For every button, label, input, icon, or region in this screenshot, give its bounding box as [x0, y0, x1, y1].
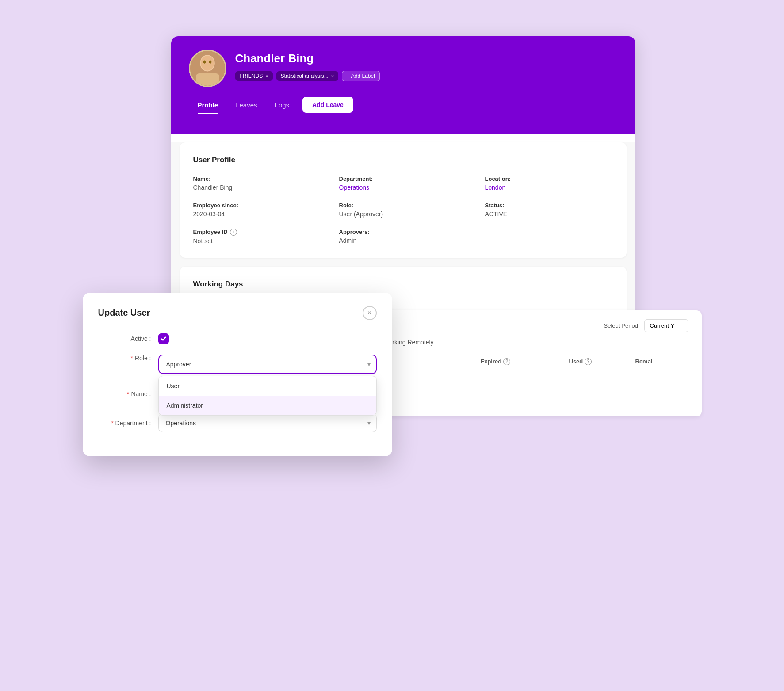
- department-select[interactable]: Operations: [158, 414, 377, 432]
- role-label: Role :: [98, 355, 151, 362]
- role-option-administrator[interactable]: Administrator: [159, 396, 376, 415]
- label-approvers: Approvers:: [339, 229, 467, 235]
- value-employee-since: 2020-03-04: [193, 210, 321, 218]
- label-location: Location:: [485, 176, 613, 182]
- tag-friends[interactable]: FRIENDS ×: [235, 71, 273, 81]
- label-employee-id: Employee ID i: [193, 229, 321, 236]
- working-days-title: Working Days: [193, 280, 613, 289]
- period-row: Select Period: Current Y: [383, 319, 688, 332]
- field-status: Status: ACTIVE: [485, 202, 613, 218]
- table-header-used: Used ?: [569, 355, 635, 369]
- active-checkbox[interactable]: [158, 333, 169, 344]
- period-select[interactable]: Current Y: [644, 319, 688, 332]
- role-option-user[interactable]: User: [159, 376, 376, 396]
- working-remotely-label: Working Remotely: [383, 339, 688, 346]
- value-status: ACTIVE: [485, 210, 613, 218]
- svg-rect-6: [196, 73, 219, 87]
- add-label-button[interactable]: + Add Label: [342, 71, 380, 81]
- field-approvers: Approvers: Admin: [339, 229, 467, 244]
- modal-close-button[interactable]: ×: [363, 306, 377, 320]
- tag-statistical-close[interactable]: ×: [331, 73, 334, 79]
- svg-point-3: [203, 60, 206, 63]
- value-department[interactable]: Operations: [339, 184, 467, 191]
- label-employee-since: Employee since:: [193, 202, 321, 209]
- field-department: Department: Operations: [339, 176, 467, 191]
- label-tags: FRIENDS × Statistical analysis... × + Ad…: [235, 71, 618, 81]
- profile-nav: Profile Leaves Logs Add Leave: [189, 96, 618, 114]
- table-header-expired: Expired ?: [481, 355, 569, 369]
- label-role: Role:: [339, 202, 467, 209]
- role-select[interactable]: Approver: [158, 355, 377, 374]
- value-location[interactable]: London: [485, 184, 613, 191]
- tag-statistical[interactable]: Statistical analysis... ×: [276, 71, 338, 81]
- field-name: Name: Chandler Bing: [193, 176, 321, 191]
- label-department: Department:: [339, 176, 467, 182]
- profile-fields-grid: Name: Chandler Bing Department: Operatio…: [193, 176, 613, 244]
- tab-profile[interactable]: Profile: [189, 96, 227, 114]
- tab-logs[interactable]: Logs: [266, 96, 298, 114]
- avatar: [189, 50, 226, 87]
- svg-point-4: [209, 60, 211, 63]
- department-label: Department :: [98, 420, 151, 427]
- label-name: Name:: [193, 176, 321, 182]
- department-dropdown-container: Operations ▾: [158, 414, 377, 432]
- field-employee-since: Employee since: 2020-03-04: [193, 202, 321, 218]
- field-location: Location: London: [485, 176, 613, 191]
- add-leave-button[interactable]: Add Leave: [302, 97, 353, 113]
- active-label: Active :: [98, 335, 151, 342]
- role-dropdown-container: Approver ▾ User Administrator: [158, 355, 377, 374]
- modal-header: Update User ×: [98, 306, 377, 320]
- modal-title: Update User: [98, 308, 150, 318]
- active-row: Active :: [98, 333, 377, 344]
- select-period-label: Select Period:: [604, 322, 640, 329]
- table-header-remaining: Remai: [635, 355, 702, 369]
- value-approvers: Admin: [339, 237, 467, 244]
- user-profile-title: User Profile: [193, 156, 613, 164]
- background-period-panel: Select Period: Current Y Working Remotel…: [370, 310, 702, 416]
- expired-info-icon[interactable]: ?: [503, 358, 510, 365]
- profile-card: Chandler Bing FRIENDS × Statistical anal…: [171, 36, 635, 329]
- update-user-modal: Update User × Active : Role : Approver: [83, 293, 392, 456]
- role-dropdown-popup: User Administrator: [158, 376, 377, 416]
- value-employee-id: Not set: [193, 237, 321, 244]
- field-employee-id: Employee ID i Not set: [193, 229, 321, 244]
- user-profile-section: User Profile Name: Chandler Bing Departm…: [180, 142, 627, 258]
- tag-friends-close[interactable]: ×: [265, 73, 268, 79]
- svg-point-2: [201, 56, 214, 70]
- value-name: Chandler Bing: [193, 184, 321, 191]
- role-row: Role : Approver ▾ User Administrator: [98, 355, 377, 374]
- employee-id-info-icon[interactable]: i: [230, 229, 237, 236]
- tab-leaves[interactable]: Leaves: [227, 96, 266, 114]
- department-row: Department : Operations ▾: [98, 414, 377, 432]
- field-role: Role: User (Approver): [339, 202, 467, 218]
- profile-header: Chandler Bing FRIENDS × Statistical anal…: [171, 36, 635, 134]
- label-status: Status:: [485, 202, 613, 209]
- profile-name: Chandler Bing: [235, 52, 618, 65]
- profile-info: Chandler Bing FRIENDS × Statistical anal…: [235, 50, 618, 81]
- used-info-icon[interactable]: ?: [585, 358, 592, 365]
- value-role: User (Approver): [339, 210, 467, 218]
- name-label: Name :: [98, 390, 151, 397]
